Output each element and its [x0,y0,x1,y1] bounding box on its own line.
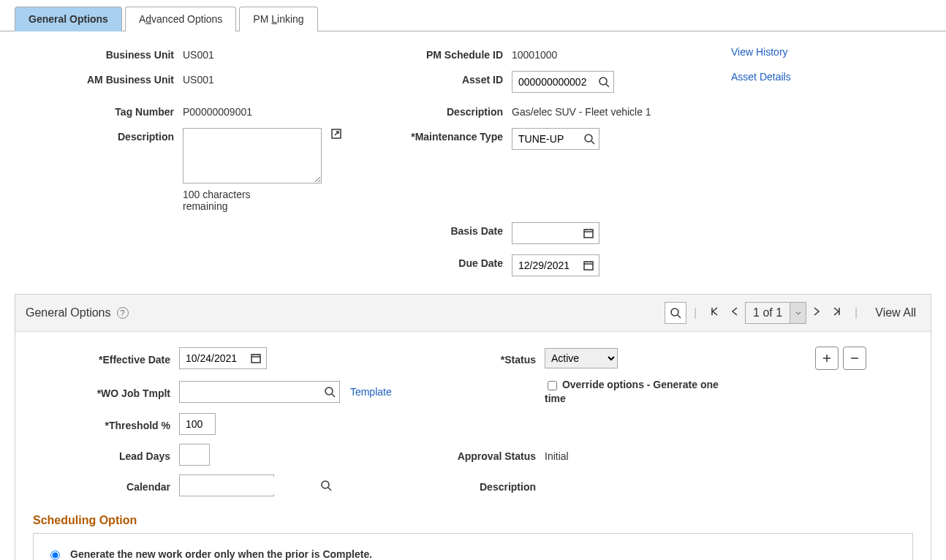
prev-icon [729,306,741,317]
calendar-icon [250,352,262,364]
tab-advanced-options[interactable]: Advanced Options [125,7,236,31]
section-body: *Effective Date *Status Active [15,332,931,560]
calendar-icon [583,227,594,239]
calendar-icon [583,260,594,271]
search-icon [583,133,595,145]
asset-id-label: Asset ID [373,71,512,86]
asset-id-lookup [512,71,614,93]
basis-date-calendar-button[interactable] [578,223,599,243]
grid-last-button[interactable] [827,306,847,320]
threshold-label: *Threshold % [33,417,179,431]
asset-id-input[interactable] [512,73,593,91]
description-textarea[interactable] [183,128,322,183]
header-panel: Business Unit US001 PM Schedule ID 10001… [0,31,946,294]
grid-counter-dropdown[interactable] [790,303,806,323]
am-business-unit-label: AM Business Unit [0,71,183,86]
approval-status-value: Initial [545,447,735,462]
svg-point-0 [599,77,607,85]
business-unit-label: Business Unit [0,46,183,61]
effective-date-calendar-button[interactable] [246,348,266,368]
section-title: General Options [26,306,111,319]
last-icon [831,306,843,317]
svg-point-8 [322,481,329,488]
view-history-link[interactable]: View History [731,46,788,58]
next-icon [811,306,822,317]
wo-job-template-input[interactable] [180,383,319,401]
svg-rect-3 [584,230,593,238]
grid-find-button[interactable] [665,302,686,324]
description-popout-button[interactable] [330,128,342,142]
grid-next-button[interactable] [806,306,827,320]
first-icon [708,306,720,317]
plus-icon [821,352,833,364]
tab-bar: General Options Advanced Options PM Link… [0,6,946,31]
grid-view-all-link[interactable]: View All [865,306,920,319]
due-date-input[interactable] [512,257,578,274]
general-options-section: General Options ? | 1 of 1 [15,294,931,560]
maintenance-type-lookup [512,128,599,150]
effective-date-input[interactable] [180,349,246,367]
lead-days-input[interactable] [179,444,210,466]
wo-job-template-lookup [179,381,340,403]
maintenance-type-label: *Maintenance Type [373,128,512,143]
tag-number-label: Tag Number [0,103,183,118]
basis-date-input[interactable] [512,224,578,242]
sched-opt-1-radio[interactable] [50,550,60,560]
scheduling-option-heading: Scheduling Option [33,514,913,527]
sched-opt-1-label: Generate the new work order only when th… [70,548,899,560]
tab-pm-linking[interactable]: PM Linking [239,7,317,31]
asset-description-label: Description [373,103,512,118]
wo-job-template-search-button[interactable] [319,382,339,402]
search-icon [598,76,610,88]
search-icon [320,480,332,491]
maintenance-type-search-button[interactable] [578,129,599,149]
grid-first-button[interactable] [704,306,724,320]
lead-days-label: Lead Days [33,447,179,462]
am-business-unit-value: US001 [183,71,373,86]
svg-point-5 [671,309,678,316]
remove-row-button[interactable] [843,347,866,370]
due-date-label: Due Date [373,254,512,269]
tab-general-options[interactable]: General Options [15,7,122,31]
pm-schedule-id-label: PM Schedule ID [373,46,512,61]
minus-icon [849,352,860,364]
maintenance-type-input[interactable] [512,130,578,148]
section-header: General Options ? | 1 of 1 [15,295,931,332]
business-unit-value: US001 [183,46,373,61]
approval-status-label: Approval Status [398,447,545,462]
svg-rect-4 [584,262,593,270]
asset-description-value: Gas/elec SUV - Fleet vehicle 1 [512,103,731,118]
threshold-input[interactable] [179,413,216,435]
search-icon [670,307,681,319]
template-link[interactable]: Template [350,386,392,398]
search-icon [324,386,336,398]
override-options-checkbox[interactable] [548,381,557,390]
char-remaining-text: 100 characters remaining [183,189,285,212]
grid-prev-button[interactable] [724,306,745,320]
status-select[interactable]: Active [545,348,618,368]
tag-number-value: P00000009001 [183,103,373,118]
calendar-search-button[interactable] [319,475,332,496]
svg-point-2 [585,135,592,142]
due-date-calendar-button[interactable] [578,255,599,276]
svg-rect-6 [251,355,260,363]
calendar-label: Calendar [33,478,179,493]
wo-job-template-label: *WO Job Tmplt [33,385,179,399]
row-description-label: Description [398,478,545,493]
scheduling-option-group: Generate the new work order only when th… [33,533,913,560]
pm-schedule-id-value: 10001000 [512,46,731,61]
svg-point-7 [325,387,333,395]
popout-icon [330,128,342,140]
calendar-lookup [179,474,274,496]
effective-date-field [179,347,267,369]
grid-counter: 1 of 1 [745,302,806,324]
grid-toolbar: | 1 of 1 | View All [665,302,920,324]
override-options-label: Override options - Generate one time [545,379,719,404]
due-date-field [512,254,599,276]
add-row-button[interactable] [815,347,839,370]
asset-id-search-button[interactable] [593,72,613,92]
calendar-input[interactable] [180,477,319,494]
help-button[interactable]: ? [117,307,129,319]
asset-details-link[interactable]: Asset Details [731,71,791,83]
effective-date-label: *Effective Date [33,351,179,366]
